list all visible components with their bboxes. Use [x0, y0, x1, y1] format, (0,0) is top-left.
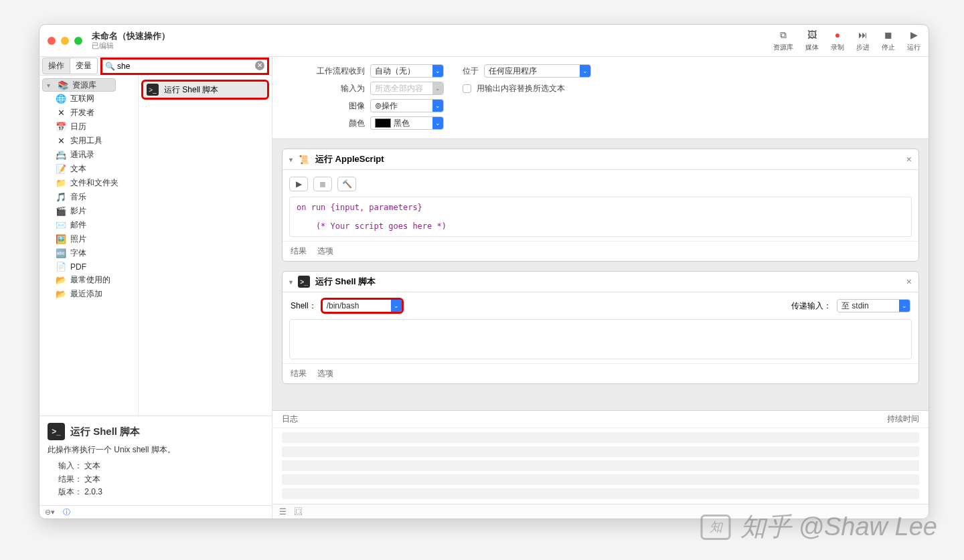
toolbar-library[interactable]: ⧉资源库: [773, 29, 793, 52]
category-icon: 📝: [56, 164, 66, 174]
sidebar-icon: ⧉: [777, 29, 789, 41]
traffic-lights: [48, 37, 82, 45]
svg-text:知: 知: [709, 520, 723, 534]
shell-script-editor[interactable]: [289, 319, 912, 359]
color-label: 颜色: [286, 118, 365, 129]
category-icon: 📄: [56, 262, 66, 272]
library-item[interactable]: 🔤字体: [39, 246, 138, 260]
log-row: [282, 432, 919, 443]
close-action-button[interactable]: ×: [906, 276, 912, 287]
library-item[interactable]: 🖼️照片: [39, 232, 138, 246]
options-tab[interactable]: 选项: [317, 368, 333, 379]
application-select[interactable]: 任何应用程序⌄: [484, 64, 591, 78]
action-results: >_ 运行 Shell 脚本: [139, 76, 272, 415]
library-item[interactable]: 📅日历: [39, 120, 138, 134]
shell-select[interactable]: /bin/bash⌄: [322, 299, 402, 312]
library-item[interactable]: ✉️邮件: [39, 218, 138, 232]
record-icon: ●: [831, 29, 843, 41]
action-description: >_ 运行 Shell 脚本 此操作将执行一个 Unix shell 脚本。 输…: [39, 415, 272, 505]
image-label: 图像: [286, 100, 365, 112]
library-item[interactable]: ✕开发者: [39, 106, 138, 120]
tab-actions[interactable]: 操作: [42, 58, 70, 74]
results-tab[interactable]: 结果: [291, 246, 307, 257]
toolbar-media[interactable]: 🖼媒体: [805, 29, 819, 52]
image-select[interactable]: ⊚ 操作⌄: [370, 99, 444, 112]
tab-variables[interactable]: 变量: [70, 58, 98, 74]
script-stop-button[interactable]: ◼: [313, 177, 332, 191]
library-item[interactable]: 📇通讯录: [39, 148, 138, 162]
category-icon: 📂: [56, 289, 66, 299]
library-item[interactable]: 📂最近添加: [39, 287, 138, 301]
log-panel: 日志 持续时间: [272, 410, 929, 504]
library-item[interactable]: 📝文本: [39, 162, 138, 176]
pass-input-select[interactable]: 至 stdin⌄: [837, 299, 910, 312]
library-item[interactable]: 📂最常使用的: [39, 273, 138, 287]
watermark: 知 知乎 @Shaw Lee: [699, 510, 937, 544]
chevron-down-icon: ▾: [47, 82, 54, 89]
toolbar-step[interactable]: ⏭步进: [856, 29, 870, 52]
search-field-wrap: 🔍 ✕: [102, 59, 268, 74]
flow-view-icon[interactable]: ⿴: [295, 507, 303, 517]
action-shell: ▾ >_ 运行 Shell 脚本 × Shell： /bin/bash⌄ 传递输…: [282, 271, 919, 384]
input-as-select[interactable]: 所选全部内容⌄: [370, 82, 444, 95]
stop-icon: ◼: [882, 29, 894, 41]
results-tab[interactable]: 结果: [291, 368, 307, 379]
zhihu-icon: 知: [699, 510, 732, 544]
library-item[interactable]: 📄PDF: [39, 260, 138, 273]
category-icon: ✕: [56, 136, 66, 146]
category-icon: 🖼️: [56, 234, 66, 244]
result-run-shell[interactable]: >_ 运行 Shell 脚本: [143, 81, 268, 98]
library-item[interactable]: 📁文件和文件夹: [39, 176, 138, 190]
duration-column: 持续时间: [887, 413, 919, 425]
gear-icon[interactable]: ⊖▾: [45, 508, 55, 517]
applescript-editor[interactable]: on run {input, parameters} (* Your scrip…: [289, 197, 912, 237]
window-subtitle: 已编辑: [92, 41, 170, 50]
chevron-down-icon[interactable]: ▾: [289, 278, 293, 286]
library-root[interactable]: ▾ 📚 资源库: [42, 78, 116, 92]
window-title: 未命名（快速操作）: [92, 31, 170, 41]
script-compile-button[interactable]: 🔨: [337, 177, 356, 191]
replace-checkbox[interactable]: [463, 84, 471, 93]
category-icon: 📂: [56, 275, 66, 285]
color-swatch: [375, 118, 391, 128]
category-icon: 🎬: [56, 206, 66, 216]
automator-window: 未命名（快速操作） 已编辑 ⧉资源库 🖼媒体 ●录制 ⏭步进 ◼停止 ▶运行 操…: [39, 24, 929, 519]
category-icon: 🔤: [56, 248, 66, 258]
category-icon: 🌐: [56, 94, 66, 104]
library-status-bar: ⊖▾ ⓘ: [39, 505, 272, 519]
toolbar-record[interactable]: ●录制: [831, 29, 844, 52]
chevron-down-icon[interactable]: ▾: [289, 156, 293, 163]
toolbar-run[interactable]: ▶运行: [907, 29, 920, 52]
workflow-pane: 工作流程收到 自动（无）⌄ 位于 任何应用程序⌄ 输入为 所选全部内容⌄ 用输出…: [272, 57, 929, 519]
workflow-canvas[interactable]: ▾ 📜 运行 AppleScript × ▶ ◼ 🔨 on run {input…: [272, 139, 929, 410]
toolbar-stop[interactable]: ◼停止: [882, 29, 895, 52]
category-icon: 📇: [56, 150, 66, 160]
search-input[interactable]: [102, 59, 268, 74]
script-run-button[interactable]: ▶: [289, 177, 308, 191]
library-tree: ▾ 📚 资源库 🌐互联网✕开发者📅日历✕实用工具📇通讯录📝文本📁文件和文件夹🎵音…: [39, 76, 139, 415]
color-select[interactable]: 黑色⌄: [370, 116, 444, 130]
applescript-icon: 📜: [298, 153, 310, 165]
shell-label: Shell：: [291, 300, 317, 312]
clear-search-icon[interactable]: ✕: [255, 61, 264, 70]
close-window-button[interactable]: [48, 37, 56, 45]
info-icon[interactable]: ⓘ: [63, 507, 70, 517]
library-item[interactable]: 🌐互联网: [39, 92, 138, 106]
minimize-window-button[interactable]: [61, 37, 69, 45]
library-item[interactable]: ✕实用工具: [39, 134, 138, 148]
step-icon: ⏭: [857, 29, 869, 41]
workflow-params: 工作流程收到 自动（无）⌄ 位于 任何应用程序⌄ 输入为 所选全部内容⌄ 用输出…: [272, 57, 929, 139]
library-item[interactable]: 🎵音乐: [39, 190, 138, 204]
library-tabs: 操作 变量: [42, 58, 98, 74]
category-icon: ✉️: [56, 220, 66, 230]
zoom-window-button[interactable]: [74, 37, 82, 45]
at-label: 位于: [463, 66, 479, 77]
media-icon: 🖼: [806, 29, 818, 41]
receives-select[interactable]: 自动（无）⌄: [370, 64, 444, 78]
close-action-button[interactable]: ×: [906, 154, 912, 165]
list-view-icon[interactable]: ☰: [279, 507, 287, 517]
search-icon: 🔍: [105, 62, 115, 71]
library-item[interactable]: 🎬影片: [39, 204, 138, 218]
options-tab[interactable]: 选项: [317, 246, 333, 257]
log-row: [282, 474, 919, 485]
